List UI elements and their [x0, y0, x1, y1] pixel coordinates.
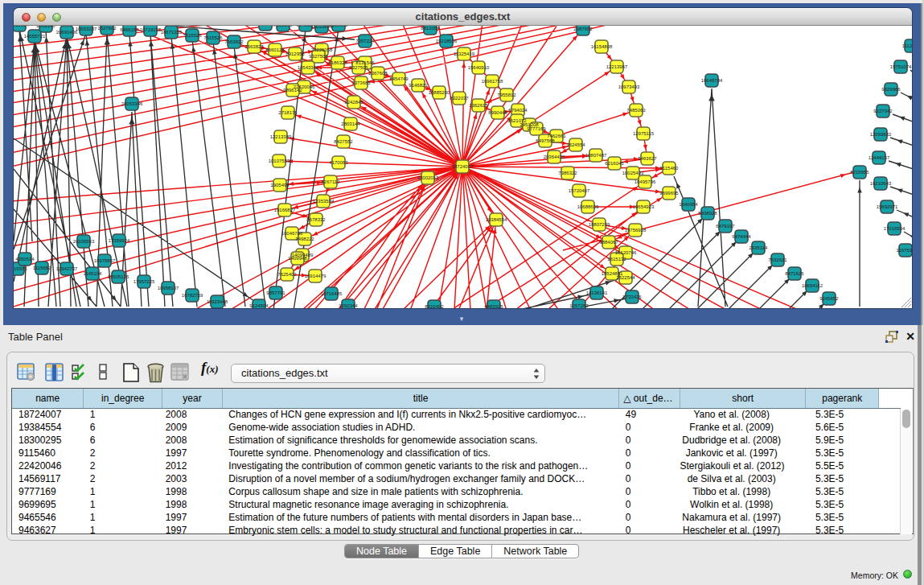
svg-text:10958107: 10958107: [158, 286, 179, 290]
svg-text:6479197: 6479197: [716, 224, 735, 229]
svg-text:8427552: 8427552: [334, 139, 353, 144]
svg-text:9242845: 9242845: [344, 100, 363, 105]
svg-text:7632621: 7632621: [768, 257, 787, 262]
svg-text:1292344: 1292344: [339, 303, 358, 308]
svg-text:19218506: 19218506: [436, 39, 458, 43]
svg-text:7485063: 7485063: [626, 108, 646, 113]
svg-text:16033809: 16033809: [311, 26, 333, 29]
svg-text:10807487: 10807487: [585, 153, 607, 158]
svg-text:6794024: 6794024: [508, 108, 528, 113]
svg-text:23226058: 23226058: [311, 47, 333, 52]
svg-text:9699695: 9699695: [659, 191, 679, 196]
svg-text:12505135: 12505135: [108, 274, 129, 279]
svg-text:9463627: 9463627: [638, 156, 657, 161]
svg-text:16782759: 16782759: [182, 293, 203, 298]
svg-text:9896142: 9896142: [283, 88, 302, 93]
svg-text:8471626: 8471626: [785, 271, 804, 276]
svg-text:7386322: 7386322: [558, 171, 577, 175]
svg-text:17957225: 17957225: [133, 279, 155, 284]
svg-text:10543362: 10543362: [298, 65, 319, 70]
svg-text:1112045: 1112045: [902, 43, 912, 48]
svg-text:12444157: 12444157: [869, 155, 890, 160]
svg-text:15720407: 15720407: [569, 188, 590, 193]
svg-text:2718176: 2718176: [278, 110, 298, 115]
svg-text:8813054: 8813054: [14, 26, 29, 27]
svg-text:16648784: 16648784: [701, 78, 723, 83]
svg-text:12353594: 12353594: [313, 199, 335, 204]
svg-text:9329966: 9329966: [881, 87, 901, 92]
svg-text:6216045: 6216045: [605, 161, 624, 166]
svg-text:19654923: 19654923: [633, 204, 655, 209]
svg-text:9777169: 9777169: [527, 126, 546, 131]
svg-text:1615132: 1615132: [607, 257, 626, 262]
svg-text:12213967: 12213967: [606, 64, 628, 69]
svg-text:9227342: 9227342: [873, 109, 893, 113]
svg-text:8912956: 8912956: [285, 51, 305, 56]
svg-text:20053346: 20053346: [121, 101, 143, 106]
svg-text:17016504: 17016504: [884, 226, 906, 231]
svg-text:8267110: 8267110: [322, 179, 341, 184]
svg-text:1905493: 1905493: [270, 183, 290, 187]
svg-text:7663822: 7663822: [224, 39, 244, 44]
svg-text:1527602: 1527602: [97, 26, 117, 31]
svg-text:16961758: 16961758: [482, 79, 503, 84]
svg-text:12093832: 12093832: [870, 132, 892, 137]
svg-text:2522544: 2522544: [616, 275, 635, 280]
svg-text:8186328: 8186328: [328, 60, 347, 65]
svg-text:1640954: 1640954: [679, 202, 698, 207]
svg-text:8322037: 8322037: [450, 96, 469, 101]
svg-text:2367608: 2367608: [368, 71, 388, 76]
svg-text:8215955: 8215955: [850, 170, 869, 175]
svg-text:3373685: 3373685: [351, 80, 371, 85]
svg-text:9884067: 9884067: [599, 240, 618, 245]
svg-text:20364436: 20364436: [544, 154, 565, 159]
svg-text:15640910: 15640910: [468, 65, 490, 70]
svg-text:7357224: 7357224: [355, 39, 375, 43]
svg-text:4170063: 4170063: [329, 160, 348, 165]
svg-text:16495796: 16495796: [634, 179, 656, 184]
svg-text:11325419: 11325419: [454, 51, 475, 56]
svg-text:9857791: 9857791: [266, 290, 285, 295]
svg-text:9146821: 9146821: [409, 83, 428, 88]
svg-text:15751074: 15751074: [890, 64, 912, 69]
svg-text:9245652: 9245652: [819, 296, 839, 301]
svg-text:3915975: 3915975: [14, 266, 27, 271]
svg-text:12213389: 12213389: [270, 134, 292, 139]
svg-text:2803144: 2803144: [341, 122, 360, 126]
svg-text:15885200: 15885200: [429, 90, 450, 95]
svg-text:12942737: 12942737: [56, 266, 78, 271]
svg-text:15716485: 15716485: [321, 291, 343, 296]
svg-text:10975867: 10975867: [94, 258, 116, 263]
svg-text:3498222: 3498222: [295, 237, 314, 241]
svg-text:17359924: 17359924: [109, 238, 130, 243]
svg-text:7663822: 7663822: [244, 44, 264, 49]
svg-text:1065328: 1065328: [256, 26, 275, 27]
svg-text:3624554: 3624554: [566, 142, 585, 147]
svg-text:15692971: 15692971: [877, 204, 898, 209]
svg-text:23002013: 23002013: [417, 175, 439, 180]
svg-text:10719155: 10719155: [140, 27, 162, 32]
svg-text:1167533: 1167533: [897, 248, 912, 253]
svg-text:1057263: 1057263: [569, 303, 589, 308]
svg-text:10025433: 10025433: [622, 171, 644, 175]
svg-text:20206563: 20206563: [73, 239, 95, 244]
svg-text:9327503: 9327503: [309, 54, 328, 59]
svg-text:10107553: 10107553: [269, 159, 290, 163]
svg-text:4483915: 4483915: [484, 304, 503, 308]
svg-text:18724007: 18724007: [452, 164, 474, 169]
svg-text:5938928: 5938928: [698, 211, 717, 216]
svg-text:4350514: 4350514: [15, 257, 35, 262]
svg-text:8454749: 8454749: [389, 76, 409, 81]
svg-text:8660126: 8660126: [265, 47, 285, 52]
svg-text:6466160: 6466160: [120, 27, 139, 32]
svg-text:9474444: 9474444: [732, 234, 751, 239]
svg-text:9124504: 9124504: [249, 303, 269, 308]
svg-text:11923448: 11923448: [207, 299, 228, 304]
svg-text:8678332: 8678332: [306, 217, 326, 222]
svg-text:16154808: 16154808: [591, 44, 613, 49]
svg-text:1733426: 1733426: [622, 295, 642, 299]
svg-text:18807299: 18807299: [589, 222, 610, 227]
svg-text:12975115: 12975115: [633, 131, 655, 136]
svg-text:7515526: 7515526: [203, 35, 223, 40]
svg-text:8316402: 8316402: [425, 304, 444, 308]
